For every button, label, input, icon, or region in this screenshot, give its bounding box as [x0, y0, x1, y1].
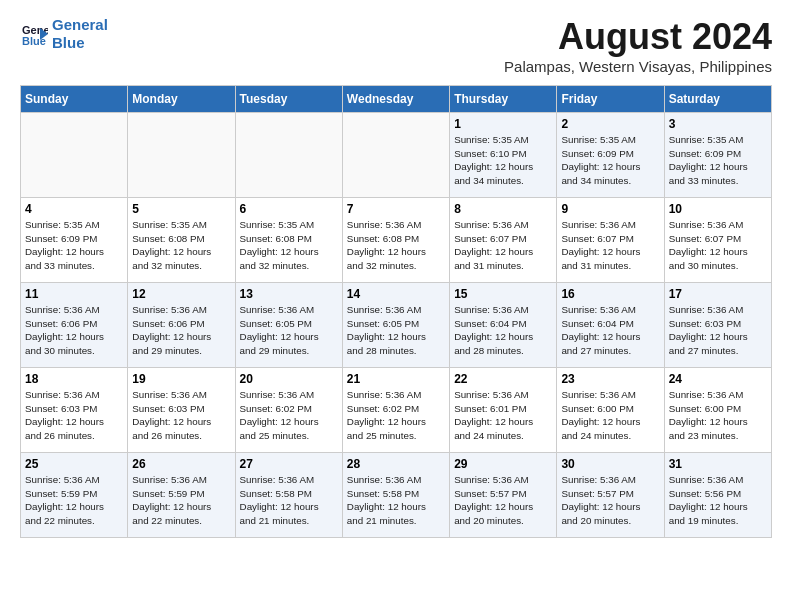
day-number: 15	[454, 287, 552, 301]
day-number: 27	[240, 457, 338, 471]
day-number: 17	[669, 287, 767, 301]
calendar-cell: 16Sunrise: 5:36 AM Sunset: 6:04 PM Dayli…	[557, 283, 664, 368]
day-number: 29	[454, 457, 552, 471]
calendar-cell: 14Sunrise: 5:36 AM Sunset: 6:05 PM Dayli…	[342, 283, 449, 368]
calendar-cell: 24Sunrise: 5:36 AM Sunset: 6:00 PM Dayli…	[664, 368, 771, 453]
calendar-week-row: 25Sunrise: 5:36 AM Sunset: 5:59 PM Dayli…	[21, 453, 772, 538]
day-info: Sunrise: 5:36 AM Sunset: 6:02 PM Dayligh…	[240, 388, 338, 443]
day-number: 25	[25, 457, 123, 471]
calendar-cell	[21, 113, 128, 198]
calendar-week-row: 1Sunrise: 5:35 AM Sunset: 6:10 PM Daylig…	[21, 113, 772, 198]
title-area: August 2024 Palampas, Western Visayas, P…	[504, 16, 772, 75]
logo-text-line1: General	[52, 16, 108, 34]
page-header: General Blue General Blue August 2024 Pa…	[20, 16, 772, 75]
day-info: Sunrise: 5:36 AM Sunset: 5:59 PM Dayligh…	[25, 473, 123, 528]
day-number: 18	[25, 372, 123, 386]
calendar-cell	[342, 113, 449, 198]
calendar-cell: 6Sunrise: 5:35 AM Sunset: 6:08 PM Daylig…	[235, 198, 342, 283]
day-info: Sunrise: 5:36 AM Sunset: 6:04 PM Dayligh…	[561, 303, 659, 358]
day-number: 24	[669, 372, 767, 386]
day-info: Sunrise: 5:35 AM Sunset: 6:08 PM Dayligh…	[132, 218, 230, 273]
day-info: Sunrise: 5:36 AM Sunset: 6:03 PM Dayligh…	[25, 388, 123, 443]
day-info: Sunrise: 5:36 AM Sunset: 6:03 PM Dayligh…	[669, 303, 767, 358]
day-info: Sunrise: 5:36 AM Sunset: 6:07 PM Dayligh…	[561, 218, 659, 273]
day-number: 26	[132, 457, 230, 471]
day-number: 23	[561, 372, 659, 386]
day-number: 10	[669, 202, 767, 216]
calendar-cell: 8Sunrise: 5:36 AM Sunset: 6:07 PM Daylig…	[450, 198, 557, 283]
calendar-cell: 29Sunrise: 5:36 AM Sunset: 5:57 PM Dayli…	[450, 453, 557, 538]
day-number: 14	[347, 287, 445, 301]
day-info: Sunrise: 5:35 AM Sunset: 6:09 PM Dayligh…	[25, 218, 123, 273]
day-info: Sunrise: 5:35 AM Sunset: 6:09 PM Dayligh…	[561, 133, 659, 188]
day-number: 28	[347, 457, 445, 471]
calendar-week-row: 18Sunrise: 5:36 AM Sunset: 6:03 PM Dayli…	[21, 368, 772, 453]
page-subtitle: Palampas, Western Visayas, Philippines	[504, 58, 772, 75]
day-number: 31	[669, 457, 767, 471]
calendar-cell: 18Sunrise: 5:36 AM Sunset: 6:03 PM Dayli…	[21, 368, 128, 453]
calendar-cell: 21Sunrise: 5:36 AM Sunset: 6:02 PM Dayli…	[342, 368, 449, 453]
day-number: 8	[454, 202, 552, 216]
calendar-cell	[235, 113, 342, 198]
logo-text-line2: Blue	[52, 34, 108, 52]
day-number: 2	[561, 117, 659, 131]
calendar-cell: 22Sunrise: 5:36 AM Sunset: 6:01 PM Dayli…	[450, 368, 557, 453]
header-tuesday: Tuesday	[235, 86, 342, 113]
day-info: Sunrise: 5:36 AM Sunset: 5:58 PM Dayligh…	[240, 473, 338, 528]
day-info: Sunrise: 5:36 AM Sunset: 6:05 PM Dayligh…	[347, 303, 445, 358]
calendar-cell: 28Sunrise: 5:36 AM Sunset: 5:58 PM Dayli…	[342, 453, 449, 538]
day-info: Sunrise: 5:35 AM Sunset: 6:08 PM Dayligh…	[240, 218, 338, 273]
header-wednesday: Wednesday	[342, 86, 449, 113]
day-number: 5	[132, 202, 230, 216]
day-number: 1	[454, 117, 552, 131]
calendar-cell: 30Sunrise: 5:36 AM Sunset: 5:57 PM Dayli…	[557, 453, 664, 538]
calendar-cell: 7Sunrise: 5:36 AM Sunset: 6:08 PM Daylig…	[342, 198, 449, 283]
day-info: Sunrise: 5:35 AM Sunset: 6:09 PM Dayligh…	[669, 133, 767, 188]
calendar-cell: 11Sunrise: 5:36 AM Sunset: 6:06 PM Dayli…	[21, 283, 128, 368]
logo: General Blue General Blue	[20, 16, 108, 52]
calendar-cell: 5Sunrise: 5:35 AM Sunset: 6:08 PM Daylig…	[128, 198, 235, 283]
day-info: Sunrise: 5:36 AM Sunset: 5:56 PM Dayligh…	[669, 473, 767, 528]
day-info: Sunrise: 5:36 AM Sunset: 6:00 PM Dayligh…	[669, 388, 767, 443]
calendar-cell: 15Sunrise: 5:36 AM Sunset: 6:04 PM Dayli…	[450, 283, 557, 368]
day-info: Sunrise: 5:36 AM Sunset: 6:03 PM Dayligh…	[132, 388, 230, 443]
day-info: Sunrise: 5:36 AM Sunset: 6:02 PM Dayligh…	[347, 388, 445, 443]
day-info: Sunrise: 5:36 AM Sunset: 6:04 PM Dayligh…	[454, 303, 552, 358]
header-sunday: Sunday	[21, 86, 128, 113]
calendar-cell: 26Sunrise: 5:36 AM Sunset: 5:59 PM Dayli…	[128, 453, 235, 538]
day-number: 13	[240, 287, 338, 301]
day-number: 20	[240, 372, 338, 386]
day-number: 7	[347, 202, 445, 216]
day-info: Sunrise: 5:36 AM Sunset: 6:01 PM Dayligh…	[454, 388, 552, 443]
header-thursday: Thursday	[450, 86, 557, 113]
day-info: Sunrise: 5:36 AM Sunset: 5:58 PM Dayligh…	[347, 473, 445, 528]
day-info: Sunrise: 5:36 AM Sunset: 5:57 PM Dayligh…	[561, 473, 659, 528]
page-title: August 2024	[504, 16, 772, 58]
calendar-week-row: 11Sunrise: 5:36 AM Sunset: 6:06 PM Dayli…	[21, 283, 772, 368]
logo-icon: General Blue	[20, 20, 48, 48]
day-info: Sunrise: 5:36 AM Sunset: 6:05 PM Dayligh…	[240, 303, 338, 358]
calendar-cell: 31Sunrise: 5:36 AM Sunset: 5:56 PM Dayli…	[664, 453, 771, 538]
day-number: 4	[25, 202, 123, 216]
calendar-cell: 19Sunrise: 5:36 AM Sunset: 6:03 PM Dayli…	[128, 368, 235, 453]
calendar-cell: 23Sunrise: 5:36 AM Sunset: 6:00 PM Dayli…	[557, 368, 664, 453]
calendar-cell: 10Sunrise: 5:36 AM Sunset: 6:07 PM Dayli…	[664, 198, 771, 283]
day-number: 16	[561, 287, 659, 301]
calendar-cell: 3Sunrise: 5:35 AM Sunset: 6:09 PM Daylig…	[664, 113, 771, 198]
calendar-header-row: SundayMondayTuesdayWednesdayThursdayFrid…	[21, 86, 772, 113]
day-number: 11	[25, 287, 123, 301]
calendar-cell: 17Sunrise: 5:36 AM Sunset: 6:03 PM Dayli…	[664, 283, 771, 368]
header-saturday: Saturday	[664, 86, 771, 113]
day-number: 30	[561, 457, 659, 471]
calendar-cell	[128, 113, 235, 198]
calendar-cell: 25Sunrise: 5:36 AM Sunset: 5:59 PM Dayli…	[21, 453, 128, 538]
calendar-cell: 13Sunrise: 5:36 AM Sunset: 6:05 PM Dayli…	[235, 283, 342, 368]
day-info: Sunrise: 5:36 AM Sunset: 6:06 PM Dayligh…	[25, 303, 123, 358]
day-number: 21	[347, 372, 445, 386]
day-info: Sunrise: 5:36 AM Sunset: 6:06 PM Dayligh…	[132, 303, 230, 358]
calendar-cell: 27Sunrise: 5:36 AM Sunset: 5:58 PM Dayli…	[235, 453, 342, 538]
day-info: Sunrise: 5:36 AM Sunset: 6:07 PM Dayligh…	[454, 218, 552, 273]
day-info: Sunrise: 5:36 AM Sunset: 5:57 PM Dayligh…	[454, 473, 552, 528]
header-friday: Friday	[557, 86, 664, 113]
day-info: Sunrise: 5:36 AM Sunset: 6:08 PM Dayligh…	[347, 218, 445, 273]
